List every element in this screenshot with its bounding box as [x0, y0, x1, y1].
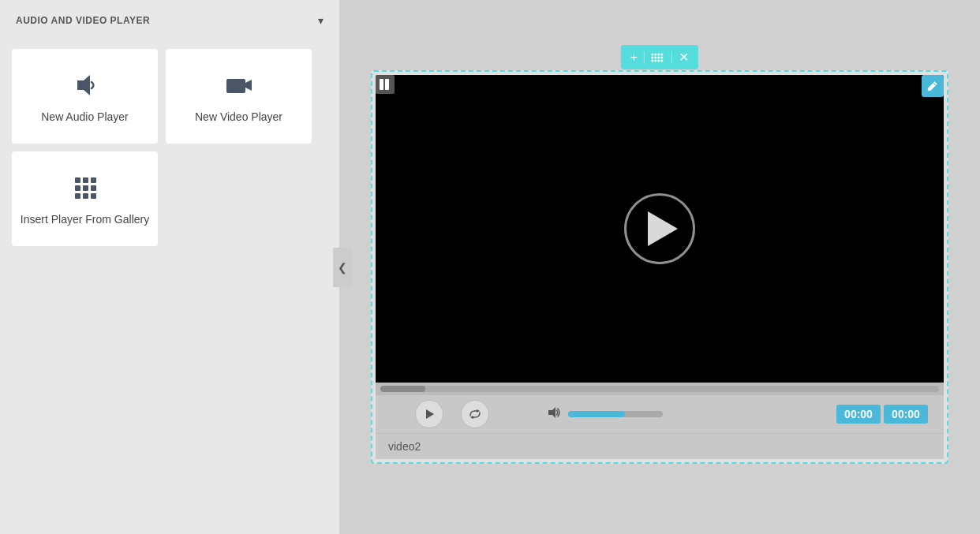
svg-point-14	[658, 53, 660, 55]
main-content: + ✕	[339, 0, 980, 534]
sidebar-header: AUDIO AND VIDEO PLAYER ▾	[0, 0, 339, 41]
close-button[interactable]: ✕	[675, 48, 692, 66]
play-triangle-icon	[648, 211, 678, 246]
volume-icon	[546, 405, 562, 424]
progress-bar-wrap	[376, 383, 944, 395]
toolbar-divider-2	[671, 51, 672, 64]
loop-control-button[interactable]	[461, 400, 489, 428]
volume-section	[546, 405, 663, 424]
sidebar-collapse-button[interactable]: ❮	[333, 248, 352, 287]
svg-rect-10	[83, 193, 88, 199]
svg-rect-11	[91, 193, 96, 199]
video-screen[interactable]	[376, 75, 944, 383]
svg-point-21	[655, 59, 657, 62]
svg-marker-28	[477, 409, 480, 413]
add-button[interactable]: +	[627, 49, 641, 66]
progress-track[interactable]	[380, 386, 939, 392]
video-title-bar: video2	[376, 433, 944, 459]
svg-rect-25	[385, 79, 389, 90]
sidebar-item-gallery-label: Insert Player From Gallery	[21, 213, 149, 226]
svg-rect-7	[83, 185, 88, 191]
player-container: 00:00 00:00 video2	[371, 70, 948, 464]
player-toolbar: + ✕	[621, 45, 698, 69]
player-wrapper: + ✕	[371, 70, 948, 464]
svg-point-20	[652, 59, 654, 62]
sidebar-item-new-video[interactable]: New Video Player	[166, 49, 312, 144]
svg-rect-24	[380, 79, 383, 90]
svg-point-12	[652, 53, 654, 55]
svg-point-15	[661, 53, 664, 55]
time-total: 00:00	[884, 405, 928, 424]
svg-point-23	[661, 59, 664, 62]
svg-marker-2	[245, 80, 252, 91]
svg-rect-9	[75, 193, 80, 199]
svg-point-18	[658, 56, 660, 58]
volume-fill	[568, 411, 625, 417]
video-player: 00:00 00:00 video2	[376, 75, 944, 459]
svg-rect-6	[75, 185, 80, 191]
audio-icon	[69, 69, 101, 101]
svg-rect-8	[91, 185, 96, 191]
svg-point-13	[655, 53, 657, 55]
video-title: video2	[388, 440, 421, 453]
sidebar-title: AUDIO AND VIDEO PLAYER	[16, 15, 150, 26]
svg-point-16	[652, 56, 654, 58]
svg-rect-3	[75, 177, 80, 183]
svg-marker-29	[470, 416, 473, 419]
svg-marker-0	[77, 75, 90, 95]
svg-marker-30	[548, 407, 555, 418]
sidebar-item-gallery[interactable]: Insert Player From Gallery	[12, 151, 158, 246]
sidebar-item-audio-label: New Audio Player	[41, 110, 129, 123]
controls-bar: 00:00 00:00	[376, 395, 944, 433]
sidebar-item-video-label: New Video Player	[195, 110, 282, 123]
svg-point-22	[658, 59, 660, 62]
toolbar-divider-1	[644, 51, 645, 64]
svg-point-19	[661, 56, 664, 58]
svg-rect-4	[83, 177, 88, 183]
play-control-button[interactable]	[415, 400, 443, 428]
time-display: 00:00 00:00	[836, 405, 928, 424]
progress-fill	[380, 386, 425, 392]
play-button-overlay[interactable]	[624, 193, 695, 264]
edit-button[interactable]	[922, 75, 944, 97]
svg-marker-27	[426, 409, 434, 419]
time-current: 00:00	[836, 405, 881, 424]
video-icon	[223, 69, 255, 101]
svg-rect-5	[91, 177, 96, 183]
grid-icon	[69, 172, 101, 204]
svg-point-17	[655, 56, 657, 58]
drag-handle-button[interactable]	[648, 51, 668, 64]
volume-slider[interactable]	[568, 411, 663, 417]
sidebar: AUDIO AND VIDEO PLAYER ▾ New Audio Playe…	[0, 0, 339, 534]
sidebar-item-new-audio[interactable]: New Audio Player	[12, 49, 158, 144]
column-indicator	[376, 75, 395, 94]
svg-rect-1	[226, 79, 245, 93]
sidebar-chevron-icon[interactable]: ▾	[318, 14, 324, 27]
sidebar-items: New Audio Player New Video Player	[0, 41, 339, 254]
